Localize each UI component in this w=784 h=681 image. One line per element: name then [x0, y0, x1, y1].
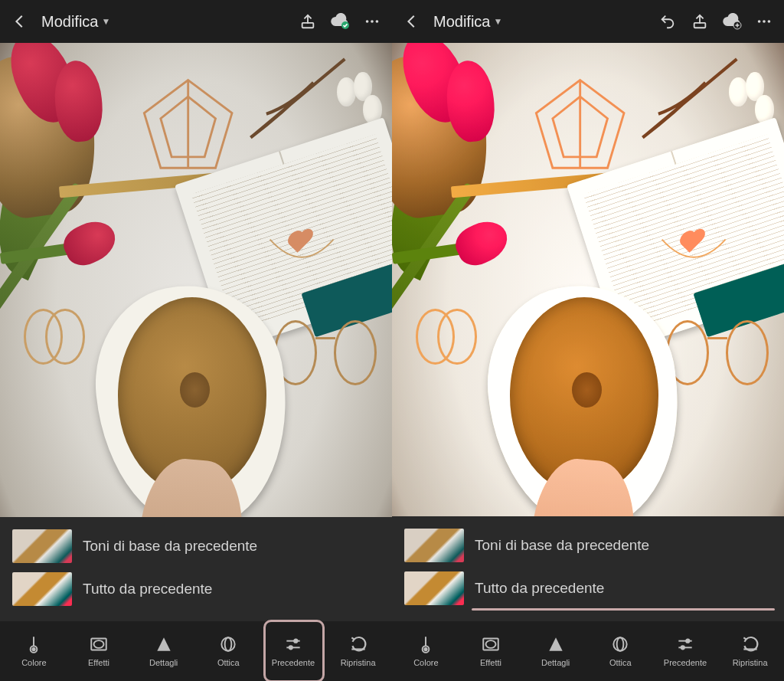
tool-label: Ottica: [217, 658, 240, 667]
svg-rect-0: [302, 23, 314, 28]
triangle-icon: [546, 634, 566, 654]
option-all-from-previous[interactable]: Tutto da precedente: [401, 567, 775, 610]
thermometer-icon: [24, 634, 44, 654]
header: Modifica ▼: [0, 0, 392, 43]
caret-down-icon: ▼: [101, 16, 110, 27]
tool-ottica[interactable]: Ottica: [200, 630, 256, 672]
mode-title: Modifica: [433, 13, 490, 31]
svg-point-12: [222, 637, 235, 650]
svg-point-30: [425, 647, 427, 650]
lens-icon: [218, 634, 238, 654]
bottom-toolbar: Colore Effetti Dettagli Ottica Precedent…: [0, 621, 392, 681]
svg-point-38: [681, 646, 684, 649]
svg-point-34: [617, 637, 624, 650]
tool-precedente[interactable]: Precedente: [265, 630, 322, 672]
tool-effetti[interactable]: Effetti: [70, 630, 127, 672]
svg-point-33: [614, 637, 627, 650]
svg-point-9: [33, 647, 35, 650]
photo-canvas[interactable]: Toni di base da precedente Tutto da prec…: [0, 43, 392, 621]
tool-dettagli[interactable]: Dettagli: [136, 630, 192, 672]
mode-dropdown[interactable]: Modifica ▼: [41, 13, 110, 31]
svg-point-36: [686, 639, 689, 642]
panel-right: Modifica ▼: [392, 0, 784, 681]
tool-label: Precedente: [664, 658, 707, 667]
panel-left: Modifica ▼: [0, 0, 392, 681]
option-label: Toni di base da precedente: [475, 537, 772, 554]
reset-icon: [740, 634, 760, 654]
cloud-pending-icon[interactable]: [721, 11, 743, 32]
mode-dropdown[interactable]: Modifica ▼: [433, 13, 502, 31]
svg-point-24: [763, 20, 766, 23]
svg-point-25: [768, 20, 771, 23]
tool-label: Dettagli: [541, 658, 570, 667]
mode-title: Modifica: [41, 13, 98, 31]
thumb-all: [12, 572, 72, 606]
svg-point-3: [371, 20, 374, 23]
caret-down-icon: ▼: [493, 16, 502, 27]
more-button[interactable]: [753, 11, 775, 32]
tool-label: Effetti: [88, 658, 109, 667]
option-basic-tones[interactable]: Toni di base da precedente: [401, 524, 775, 567]
tool-colore[interactable]: Colore: [5, 630, 62, 672]
previous-settings-popup: Toni di base da precedente Tutto da prec…: [392, 516, 784, 621]
tool-precedente[interactable]: Precedente: [657, 630, 714, 672]
tool-label: Ottica: [609, 658, 632, 667]
tool-label: Ripristina: [733, 658, 768, 667]
lens-icon: [610, 634, 630, 654]
thermometer-icon: [416, 634, 436, 654]
vignette-icon: [481, 634, 501, 654]
tool-ripristina[interactable]: Ripristina: [330, 630, 387, 672]
tool-label: Effetti: [480, 658, 501, 667]
photo-canvas[interactable]: Toni di base da precedente Tutto da prec…: [392, 43, 784, 621]
tool-colore[interactable]: Colore: [397, 630, 454, 672]
option-all-from-previous[interactable]: Tutto da precedente: [9, 568, 383, 611]
undo-button[interactable]: [657, 11, 678, 32]
svg-point-13: [225, 637, 232, 650]
tool-effetti[interactable]: Effetti: [462, 630, 519, 672]
tool-ripristina[interactable]: Ripristina: [722, 630, 779, 672]
share-button[interactable]: [689, 11, 710, 32]
option-label: Tutto da precedente: [83, 581, 380, 598]
thumb-basic: [12, 529, 72, 563]
svg-point-2: [366, 20, 369, 23]
svg-rect-19: [694, 23, 706, 28]
reset-icon: [348, 634, 368, 654]
tool-label: Ripristina: [341, 658, 376, 667]
previous-settings-popup: Toni di base da precedente Tutto da prec…: [0, 517, 392, 621]
svg-point-32: [485, 640, 495, 648]
option-label: Tutto da precedente: [475, 580, 772, 597]
back-button[interactable]: [9, 11, 31, 32]
cloud-sync-icon[interactable]: [329, 11, 351, 32]
bottom-toolbar: Colore Effetti Dettagli Ottica Precedent…: [392, 621, 784, 681]
tool-label: Colore: [21, 658, 46, 667]
svg-point-11: [93, 640, 103, 648]
header: Modifica ▼: [392, 0, 784, 43]
triangle-icon: [154, 634, 174, 654]
sliders-icon: [675, 634, 695, 654]
vignette-icon: [89, 634, 109, 654]
thumb-all: [404, 571, 464, 605]
tool-label: Colore: [413, 658, 438, 667]
svg-point-15: [294, 639, 297, 642]
thumb-basic: [404, 529, 464, 562]
share-button[interactable]: [297, 11, 318, 32]
back-button[interactable]: [401, 11, 423, 32]
more-button[interactable]: [361, 11, 383, 32]
svg-point-17: [289, 646, 292, 649]
tool-label: Dettagli: [149, 658, 178, 667]
svg-point-4: [376, 20, 379, 23]
option-label: Toni di base da precedente: [83, 538, 380, 555]
sliders-icon: [283, 634, 303, 654]
tool-label: Precedente: [272, 658, 315, 667]
selection-underline: [472, 608, 775, 611]
svg-point-23: [758, 20, 761, 23]
tool-dettagli[interactable]: Dettagli: [528, 630, 584, 672]
tool-ottica[interactable]: Ottica: [592, 630, 648, 672]
option-basic-tones[interactable]: Toni di base da precedente: [9, 525, 383, 568]
